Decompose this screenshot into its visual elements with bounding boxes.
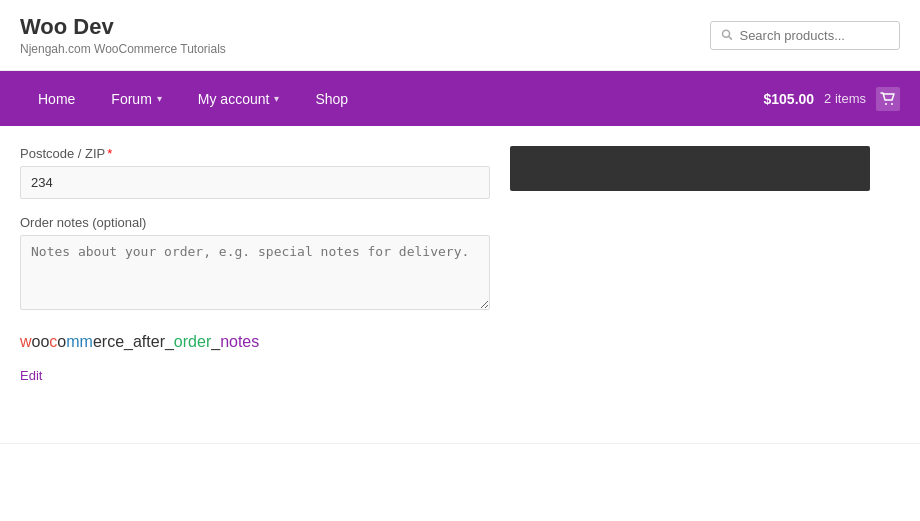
left-column: Postcode / ZIP* Order notes (optional) w… — [20, 146, 490, 383]
nav-item-myaccount[interactable]: My account ▾ — [180, 71, 298, 126]
nav-item-home[interactable]: Home — [20, 71, 93, 126]
postcode-input[interactable] — [20, 166, 490, 199]
edit-link[interactable]: Edit — [20, 368, 42, 383]
cart-items-count: 2 items — [824, 91, 866, 106]
site-header: Woo Dev Njengah.com WooCommerce Tutorial… — [0, 0, 920, 71]
site-tagline: Njengah.com WooCommerce Tutorials — [20, 42, 226, 56]
search-icon — [721, 28, 733, 42]
chevron-down-icon: ▾ — [274, 93, 279, 104]
footer-divider — [0, 443, 920, 444]
main-content: Postcode / ZIP* Order notes (optional) w… — [0, 126, 920, 403]
required-indicator: * — [107, 146, 112, 161]
svg-line-1 — [729, 37, 732, 40]
search-input[interactable] — [739, 28, 889, 43]
site-branding: Woo Dev Njengah.com WooCommerce Tutorial… — [20, 14, 226, 56]
svg-point-0 — [723, 30, 730, 37]
chevron-down-icon: ▾ — [157, 93, 162, 104]
order-notes-label: Order notes (optional) — [20, 215, 490, 230]
hook-text: woocommerce_after_order_notes — [20, 333, 490, 351]
site-nav: Home Forum ▾ My account ▾ Shop $105.00 2… — [0, 71, 920, 126]
nav-item-shop[interactable]: Shop — [297, 71, 366, 126]
svg-point-2 — [885, 103, 887, 105]
cart-price: $105.00 — [763, 91, 814, 107]
dark-bar — [510, 146, 870, 191]
svg-point-3 — [891, 103, 893, 105]
order-notes-field-group: Order notes (optional) — [20, 215, 490, 313]
site-title: Woo Dev — [20, 14, 226, 40]
search-form[interactable] — [710, 21, 900, 50]
shopping-cart-icon — [880, 92, 896, 106]
postcode-field-group: Postcode / ZIP* — [20, 146, 490, 199]
cart-icon[interactable] — [876, 87, 900, 111]
nav-right: $105.00 2 items — [763, 87, 900, 111]
right-column — [510, 146, 870, 383]
order-notes-textarea[interactable] — [20, 235, 490, 310]
nav-item-forum[interactable]: Forum ▾ — [93, 71, 179, 126]
postcode-label: Postcode / ZIP* — [20, 146, 490, 161]
nav-left: Home Forum ▾ My account ▾ Shop — [20, 71, 366, 126]
